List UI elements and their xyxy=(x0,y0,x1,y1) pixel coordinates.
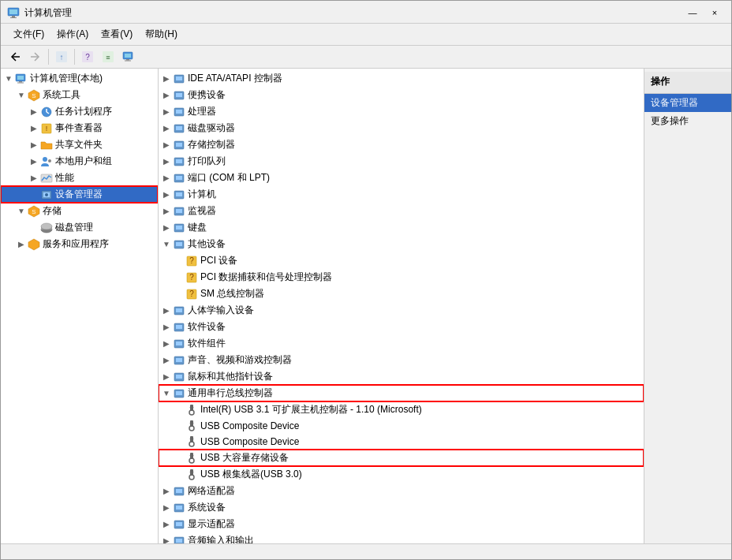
tree-item-shared-folders[interactable]: ▶ 共享文件夹 xyxy=(1,136,158,153)
tree-item-event-viewer[interactable]: ▶ ! 事件查看器 xyxy=(1,120,158,136)
middle-tree-item-printq[interactable]: ▶ 打印队列 xyxy=(159,153,644,170)
middle-tree-item-pcidev[interactable]: ▶ ? PCI 设备 xyxy=(159,252,644,269)
label-display: 显示适配器 xyxy=(188,517,235,531)
expand-storagectl[interactable]: ▶ xyxy=(160,139,173,151)
expand-printq[interactable]: ▶ xyxy=(160,155,173,168)
expand-hwdev[interactable]: ▶ xyxy=(160,321,173,334)
monitor-button[interactable] xyxy=(119,48,138,65)
up-button[interactable]: ↑ xyxy=(52,48,71,65)
middle-tree-item-hid[interactable]: ▶ 人体学输入设备 xyxy=(159,302,644,319)
icon-sysdev xyxy=(173,502,185,514)
middle-tree-item-swcomp[interactable]: ▶ 软件组件 xyxy=(159,335,644,352)
middle-tree-item-hwdev[interactable]: ▶ 软件设备 xyxy=(159,319,644,335)
expand-audio[interactable]: ▶ xyxy=(160,535,173,544)
label-sysdev: 系统设备 xyxy=(188,501,226,514)
expand-usbctl[interactable]: ▼ xyxy=(160,387,173,400)
svg-rect-52 xyxy=(176,176,182,180)
middle-tree-item-comport[interactable]: ▶ 端口 (COM 和 LPT) xyxy=(159,170,644,186)
tree-item-devman[interactable]: 设备管理器 xyxy=(1,186,158,203)
menu-action[interactable]: 操作(A) xyxy=(50,25,95,43)
expand-mice[interactable]: ▶ xyxy=(160,371,173,383)
svg-point-32 xyxy=(45,193,48,196)
expand-netadapter[interactable]: ▶ xyxy=(160,485,173,498)
tree-item-diskmgmt[interactable]: 磁盘管理 xyxy=(1,219,158,236)
expand-diskdrv[interactable]: ▶ xyxy=(160,122,173,135)
menu-view[interactable]: 查看(V) xyxy=(95,25,139,43)
expand-monitor[interactable]: ▶ xyxy=(160,205,173,218)
expand-shared[interactable]: ▶ xyxy=(28,139,40,151)
tree-item-perf[interactable]: ▶ 性能 xyxy=(1,170,158,186)
middle-tree-item-usbctl[interactable]: ▼ 通用串行总线控制器 xyxy=(159,385,644,401)
middle-tree-item-storagectl[interactable]: ▶ 存储控制器 xyxy=(159,136,644,153)
middle-tree-item-sound[interactable]: ▶ 声音、视频和游戏控制器 xyxy=(159,352,644,368)
right-panel-devman[interactable]: 设备管理器 xyxy=(644,94,731,112)
expand-ide[interactable]: ▶ xyxy=(160,73,173,85)
menu-file[interactable]: 文件(F) xyxy=(7,25,50,43)
middle-tree-item-usbcomp2[interactable]: ▶ USB Composite Device xyxy=(159,434,644,450)
tree-item-local-users[interactable]: ▶ 本地用户和组 xyxy=(1,153,158,170)
icon-swcomp xyxy=(173,338,185,350)
expand-swcomp[interactable]: ▶ xyxy=(160,338,173,350)
app-icon xyxy=(7,6,20,19)
svg-text:↑: ↑ xyxy=(60,53,64,62)
expand-event-viewer[interactable]: ▶ xyxy=(28,122,40,135)
middle-tree-item-ide[interactable]: ▶ IDE ATA/ATAPI 控制器 xyxy=(159,70,644,87)
devman-placeholder xyxy=(28,189,40,201)
middle-tree-item-netadapter[interactable]: ▶ 网络适配器 xyxy=(159,483,644,499)
forward-button[interactable] xyxy=(26,48,45,65)
tree-label-local-users: 本地用户和组 xyxy=(55,155,112,168)
close-button[interactable]: × xyxy=(704,6,725,20)
middle-tree-item-portable[interactable]: ▶ 便携设备 xyxy=(159,87,644,103)
middle-tree-item-audio[interactable]: ▶ 音频输入和输出 xyxy=(159,532,644,543)
right-panel-more[interactable]: 更多操作 xyxy=(644,112,731,130)
middle-tree-item-mice[interactable]: ▶ 鼠标和其他指针设备 xyxy=(159,368,644,385)
expand-portable[interactable]: ▶ xyxy=(160,89,173,102)
expand-sys-tools[interactable]: ▼ xyxy=(15,89,28,102)
expand-sound[interactable]: ▶ xyxy=(160,354,173,367)
expand-otherdev[interactable]: ▼ xyxy=(160,238,173,251)
middle-tree-item-usb31[interactable]: ▶ Intel(R) USB 3.1 可扩展主机控制器 - 1.10 (Micr… xyxy=(159,401,644,418)
middle-tree-item-usbcomp1[interactable]: ▶ USB Composite Device xyxy=(159,418,644,434)
expand-keyboard[interactable]: ▶ xyxy=(160,222,173,234)
expand-computer[interactable]: ▶ xyxy=(160,189,173,201)
expand-root[interactable]: ▼ xyxy=(2,73,15,85)
middle-tree-item-computer[interactable]: ▶ 计算机 xyxy=(159,186,644,203)
tree-item-root[interactable]: ▼ 计算机管理(本地) xyxy=(1,70,158,87)
help-button[interactable]: ? xyxy=(78,48,97,65)
expand-sysdev[interactable]: ▶ xyxy=(160,502,173,514)
tree-item-services[interactable]: ▶ 服务和应用程序 xyxy=(1,236,158,252)
middle-panel: ▶ IDE ATA/ATAPI 控制器▶ 便携设备▶ 处理器▶ 磁盘驱动器▶ 存… xyxy=(159,69,644,543)
expand-storage[interactable]: ▼ xyxy=(15,205,28,218)
tree-item-storage[interactable]: ▼ S 存储 xyxy=(1,203,158,219)
back-button[interactable] xyxy=(6,48,24,65)
properties-button[interactable]: ≡ xyxy=(99,48,118,65)
expand-scheduler[interactable]: ▶ xyxy=(28,106,40,118)
expand-services[interactable]: ▶ xyxy=(15,238,28,251)
menu-help[interactable]: 帮助(H) xyxy=(139,25,184,43)
middle-tree-item-usbstor[interactable]: ▶ USB 大容量存储设备 xyxy=(159,450,644,466)
middle-tree-item-smbus[interactable]: ▶ ? SM 总线控制器 xyxy=(159,286,644,302)
middle-tree-item-display[interactable]: ▶ 显示适配器 xyxy=(159,516,644,532)
expand-display[interactable]: ▶ xyxy=(160,518,173,531)
middle-tree-item-diskdrv[interactable]: ▶ 磁盘驱动器 xyxy=(159,120,644,136)
middle-tree-item-sysdev[interactable]: ▶ 系统设备 xyxy=(159,499,644,516)
tree-item-sys-tools[interactable]: ▼ S 系统工具 xyxy=(1,87,158,103)
tree-label-shared-folders: 共享文件夹 xyxy=(55,138,103,151)
tree-item-scheduler[interactable]: ▶ 任务计划程序 xyxy=(1,103,158,120)
svg-rect-42 xyxy=(176,93,182,97)
expand-local-users[interactable]: ▶ xyxy=(28,155,40,168)
middle-tree-item-pcidata[interactable]: ▶ ? PCI 数据捕获和信号处理控制器 xyxy=(159,269,644,286)
minimize-button[interactable]: — xyxy=(682,6,703,20)
expand-comport[interactable]: ▶ xyxy=(160,172,173,185)
back-icon xyxy=(9,51,21,62)
middle-tree-item-monitor[interactable]: ▶ 监视器 xyxy=(159,203,644,219)
middle-tree-item-usbhub[interactable]: ▶ USB 根集线器(USB 3.0) xyxy=(159,466,644,483)
middle-tree-item-keyboard[interactable]: ▶ 键盘 xyxy=(159,219,644,236)
middle-tree-item-proc[interactable]: ▶ 处理器 xyxy=(159,103,644,120)
label-smbus: SM 总线控制器 xyxy=(200,287,264,301)
label-usbcomp2: USB Composite Device xyxy=(200,436,299,447)
expand-proc[interactable]: ▶ xyxy=(160,106,173,118)
expand-perf[interactable]: ▶ xyxy=(28,172,40,185)
expand-hid[interactable]: ▶ xyxy=(160,304,173,317)
middle-tree-item-otherdev[interactable]: ▼ 其他设备 xyxy=(159,236,644,252)
